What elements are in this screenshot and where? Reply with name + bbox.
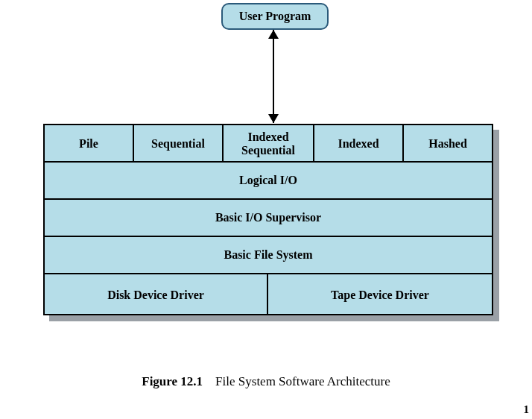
figure-caption: Figure 12.1 File System Software Archite… bbox=[0, 374, 532, 389]
basic-io-supervisor-cell: Basic I/O Supervisor bbox=[45, 200, 492, 236]
basic-file-system-label: Basic File System bbox=[224, 248, 312, 262]
sequential-label: Sequential bbox=[151, 137, 205, 151]
file-system-architecture-diagram: User Program Pile Sequential Indexed Seq… bbox=[0, 0, 532, 419]
logical-io-row: Logical I/O bbox=[45, 163, 492, 200]
figure-title: File System Software Architecture bbox=[215, 374, 390, 388]
pile-cell: Pile bbox=[45, 125, 134, 163]
logical-io-label: Logical I/O bbox=[239, 174, 297, 187]
arrowhead-down-icon bbox=[268, 114, 279, 123]
pile-label: Pile bbox=[79, 137, 98, 151]
figure-label: Figure 12.1 bbox=[142, 374, 203, 388]
basic-io-supervisor-row: Basic I/O Supervisor bbox=[45, 200, 492, 237]
basic-file-system-cell: Basic File System bbox=[45, 237, 492, 273]
hashed-label: Hashed bbox=[428, 137, 467, 151]
indexed-cell: Indexed bbox=[314, 125, 404, 163]
indexed-sequential-line2: Sequential bbox=[241, 144, 295, 157]
access-methods-row: Pile Sequential Indexed Sequential Index… bbox=[45, 125, 492, 163]
indexed-sequential-line1: Indexed bbox=[247, 130, 288, 144]
indexed-sequential-cell: Indexed Sequential bbox=[224, 125, 314, 163]
disk-driver-cell: Disk Device Driver bbox=[45, 274, 268, 315]
basic-io-supervisor-label: Basic I/O Supervisor bbox=[215, 211, 321, 224]
vertical-arrow-line bbox=[273, 30, 274, 123]
user-program-label: User Program bbox=[239, 10, 311, 23]
hashed-cell: Hashed bbox=[404, 125, 492, 163]
device-drivers-row: Disk Device Driver Tape Device Driver bbox=[45, 274, 492, 315]
basic-file-system-row: Basic File System bbox=[45, 237, 492, 274]
disk-driver-label: Disk Device Driver bbox=[107, 289, 204, 302]
user-program-box: User Program bbox=[221, 3, 329, 30]
tape-driver-cell: Tape Device Driver bbox=[268, 274, 492, 315]
sequential-cell: Sequential bbox=[134, 125, 224, 163]
logical-io-cell: Logical I/O bbox=[45, 163, 492, 198]
tape-driver-label: Tape Device Driver bbox=[331, 289, 429, 302]
layer-stack: Pile Sequential Indexed Sequential Index… bbox=[43, 124, 493, 315]
indexed-label: Indexed bbox=[338, 137, 379, 151]
page-number: 1 bbox=[524, 403, 530, 416]
